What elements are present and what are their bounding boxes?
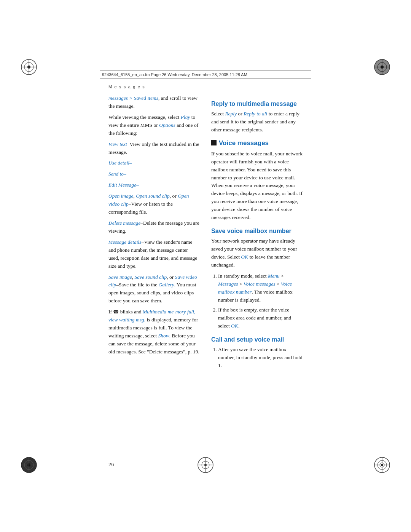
corner-mark-bm — [196, 456, 215, 474]
save-mailbox-intro: Your network operator may have already s… — [211, 237, 303, 269]
reply-body: Select Reply or Reply to all to enter a … — [211, 110, 303, 134]
memory-full-text: If ☎ blinks and Multimedia me-mory full,… — [108, 308, 200, 356]
option-edit-message: Edit Message– — [108, 181, 200, 189]
option-open-media: Open image, Open sound clip, or Open vid… — [108, 192, 200, 216]
link-message-details: Message details — [108, 239, 142, 245]
link-edit-message: Edit Message– — [108, 182, 139, 188]
intro-play-options: While viewing the message, select Play t… — [108, 113, 200, 137]
step-1-standby: In standby mode, select Menu > Messages … — [218, 272, 303, 304]
heading-reply-multimedia: Reply to multimedia message — [211, 101, 303, 107]
heading-box-icon — [211, 140, 217, 145]
content-area: messages > Saved items, and scroll to vi… — [108, 94, 303, 456]
header-bar: 9243644_6155_en_au.fm Page 26 Wednesday,… — [100, 70, 311, 79]
right-column: Reply to multimedia message Select Reply… — [211, 94, 303, 456]
link-ok-1: OK — [241, 254, 248, 260]
corner-mark-tr — [373, 58, 391, 76]
link-play: Play — [181, 114, 190, 120]
link-voice-messages: Voice messages — [244, 281, 276, 287]
link-open-sound: Open sound clip — [136, 193, 170, 199]
left-column: messages > Saved items, and scroll to vi… — [108, 94, 200, 456]
heading-call-setup-voicemail: Call and setup voice mail — [211, 336, 303, 343]
corner-mark-bl — [20, 456, 38, 474]
header-text: 9243644_6155_en_au.fm Page 26 Wednesday,… — [102, 72, 247, 77]
option-use-detail: Use detail– — [108, 159, 200, 167]
link-memory-full: Multimedia me-mory full, view waiting ms… — [108, 309, 195, 323]
option-view-text: View text–View only the text included in… — [108, 141, 200, 157]
link-reply: Reply — [225, 111, 237, 117]
section-label: M e s s a g e s — [108, 85, 145, 89]
page-number: 26 — [108, 462, 114, 467]
option-save-media: Save image, Save sound clip, or Save vid… — [108, 273, 200, 305]
link-view-text: View text — [108, 141, 127, 147]
voice-messages-body: If you subscribe to voice mail, your net… — [211, 150, 303, 222]
link-options: Options — [159, 122, 175, 128]
rule-left — [100, 0, 100, 532]
option-delete-message: Delete message–Delete the message you ar… — [108, 219, 200, 235]
call-setup-steps: After you save the voice mailbox number,… — [211, 346, 303, 370]
link-show: Show — [158, 333, 169, 339]
link-delete-message: Delete message — [108, 220, 140, 226]
rule-right — [311, 0, 311, 532]
step-2-enter-number: If the box is empty, enter the voice mai… — [218, 306, 303, 330]
corner-mark-br — [373, 456, 391, 474]
link-gallery: Gallery — [159, 282, 174, 288]
link-ok-2: OK — [231, 323, 238, 329]
corner-mark-tl — [20, 58, 38, 76]
link-use-detail: Use detail– — [108, 160, 132, 166]
link-reply-all: Reply to all — [244, 111, 267, 117]
link-messages-1: Messages — [218, 281, 238, 287]
phone-icon: ☎ — [113, 309, 119, 315]
link-messages-saved: messages > Saved items — [108, 95, 158, 101]
intro-saved-items: messages > Saved items, and scroll to vi… — [108, 94, 200, 110]
call-setup-step-1: After you save the voice mailbox number,… — [218, 346, 303, 370]
link-open-image: Open image — [108, 193, 134, 199]
option-message-details: Message details–View the sender's name a… — [108, 238, 200, 270]
link-save-sound: Save sound clip — [135, 274, 167, 280]
link-save-image: Save image — [108, 274, 132, 280]
link-send-to: Send to– — [108, 171, 126, 177]
option-send-to: Send to– — [108, 170, 200, 178]
link-menu: Menu — [268, 273, 280, 279]
save-mailbox-steps: In standby mode, select Menu > Messages … — [211, 272, 303, 330]
heading-save-mailbox: Save voice mailbox number — [211, 228, 303, 235]
heading-voice-messages: Voice messages — [211, 139, 303, 147]
